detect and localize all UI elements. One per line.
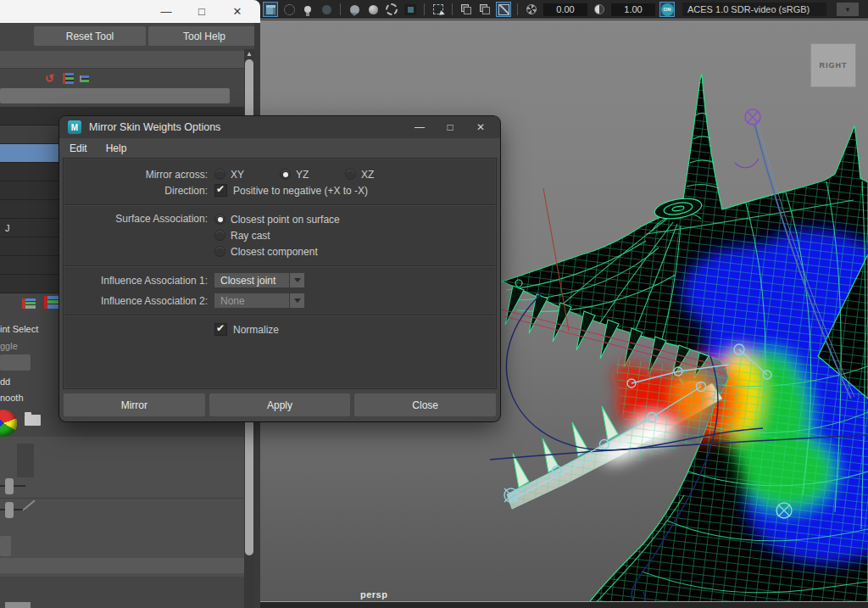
- rollout-header[interactable]: [0, 51, 254, 69]
- view-bookmark-right-button[interactable]: RIGHT: [811, 44, 855, 86]
- paste-weights-icon[interactable]: [44, 296, 59, 309]
- apply-button[interactable]: Apply: [209, 393, 351, 416]
- color-management-toggle-icon[interactable]: ON: [660, 3, 674, 16]
- pencil-icon: [22, 499, 35, 510]
- wireframe-display-icon[interactable]: [282, 3, 296, 16]
- tool-window-titlebar: — □ ✕: [0, 0, 260, 23]
- view-transform-dropdown-arrow[interactable]: ▼: [837, 3, 859, 16]
- gamma-field[interactable]: 1.00: [611, 3, 655, 16]
- view-transform-dropdown[interactable]: ACES 1.0 SDR-video (sRGB): [682, 3, 826, 16]
- folder-icon[interactable]: [25, 415, 41, 426]
- influence-association-1-label: Influence Association 1:: [64, 275, 214, 287]
- radio-dot[interactable]: [214, 230, 225, 241]
- radio-closest-component[interactable]: Closest component: [214, 243, 340, 259]
- divider: [64, 315, 496, 316]
- normalize-label: Normalize: [233, 324, 279, 336]
- radio-label: Closest point on surface: [231, 214, 340, 226]
- radio-dot[interactable]: [214, 246, 225, 257]
- influence-association-1-dropdown[interactable]: Closest joint: [214, 273, 289, 287]
- exposure-field[interactable]: 0.00: [543, 3, 587, 16]
- radio-dot[interactable]: [214, 169, 225, 180]
- radio-label: YZ: [296, 169, 309, 181]
- add-label: dd: [0, 377, 10, 387]
- menu-help[interactable]: Help: [106, 142, 127, 154]
- maya-app-icon: M: [68, 120, 81, 134]
- paint-select-label: int Select: [0, 324, 38, 334]
- exposure-icon[interactable]: [525, 3, 538, 16]
- maya-application: 0.00 1.00 ON ACES 1.0 SDR-video (sRGB) ▼: [0, 0, 868, 608]
- reset-tool-button[interactable]: Reset Tool: [34, 26, 146, 46]
- radio-xy[interactable]: XY: [214, 169, 280, 181]
- camera-name-label: persp: [360, 589, 387, 600]
- mirror-skin-weights-dialog: M Mirror Skin Weights Options — □ ✕ Edit…: [59, 116, 500, 421]
- radio-ray-cast[interactable]: Ray cast: [214, 227, 340, 243]
- tool-help-button[interactable]: Tool Help: [148, 26, 260, 46]
- section-row[interactable]: [0, 558, 244, 573]
- mirror-across-label: Mirror across:: [64, 169, 214, 181]
- dialog-content: Mirror across: XY YZ XZ Direction: Posit…: [63, 158, 497, 389]
- influence-association-2-label: Influence Association 2:: [64, 295, 214, 307]
- radio-label: Closest component: [231, 246, 318, 258]
- influence-association-1-dropdown-arrow[interactable]: [290, 273, 304, 287]
- mirror-button[interactable]: Mirror: [64, 393, 205, 416]
- dialog-maximize-button[interactable]: □: [442, 116, 458, 138]
- radio-yz[interactable]: YZ: [280, 169, 345, 181]
- gamma-icon[interactable]: [593, 3, 606, 16]
- layer-overlap-alt-icon[interactable]: [478, 3, 492, 16]
- filter-input[interactable]: [0, 88, 230, 103]
- close-button[interactable]: ✕: [230, 0, 245, 23]
- radio-closest-point[interactable]: Closest point on surface: [214, 211, 340, 227]
- dialog-menubar: Edit Help: [59, 138, 500, 158]
- lighting-icon[interactable]: [301, 3, 314, 16]
- divider: [64, 204, 496, 206]
- selection-highlight-icon[interactable]: [431, 3, 445, 16]
- radio-dot[interactable]: [345, 169, 356, 180]
- smooth-label: nooth: [0, 393, 24, 403]
- paint-operation-button[interactable]: [0, 354, 31, 371]
- color-ramp-icon[interactable]: [0, 410, 17, 437]
- direction-checkbox[interactable]: [214, 184, 227, 197]
- flag-list-icon[interactable]: [80, 75, 89, 82]
- toolbar-separator: [517, 3, 518, 15]
- shadows-icon[interactable]: [320, 3, 333, 16]
- dialog-titlebar[interactable]: M Mirror Skin Weights Options — □ ✕: [59, 116, 500, 138]
- dialog-title: Mirror Skin Weights Options: [89, 121, 412, 133]
- slider-thumb[interactable]: [5, 478, 14, 494]
- dialog-close-button[interactable]: ✕: [473, 116, 488, 138]
- textured-display-icon[interactable]: [348, 3, 361, 16]
- close-dialog-button[interactable]: Close: [354, 393, 496, 416]
- toolbar-separator: [340, 3, 341, 15]
- slider-thumb[interactable]: [5, 502, 14, 518]
- shaded-display-icon[interactable]: [264, 3, 277, 16]
- refresh-icon[interactable]: ↺: [45, 73, 57, 84]
- copy-weights-icon[interactable]: [22, 298, 36, 309]
- menu-edit[interactable]: Edit: [70, 142, 87, 154]
- viewport-toolbar: 0.00 1.00 ON ACES 1.0 SDR-video (sRGB) ▼: [260, 0, 868, 20]
- toolbar-separator: [424, 3, 425, 15]
- radio-label: XZ: [361, 169, 374, 181]
- smooth-shade-icon[interactable]: [366, 3, 380, 16]
- brush-settings-panel: [0, 437, 244, 577]
- wireframe-on-shaded-icon[interactable]: [385, 3, 398, 16]
- isolate-select-icon[interactable]: [497, 3, 510, 16]
- divider: [0, 498, 244, 499]
- joint-list-icon[interactable]: [63, 73, 74, 84]
- normalize-checkbox[interactable]: [214, 323, 227, 336]
- small-button[interactable]: [0, 536, 11, 556]
- direction-label: Direction:: [64, 185, 214, 197]
- direction-option-label: Positive to negative (+X to -X): [233, 185, 368, 197]
- minimize-button[interactable]: —: [159, 0, 174, 23]
- scroll-up-arrow[interactable]: ▲: [246, 50, 253, 58]
- radio-dot[interactable]: [214, 214, 225, 225]
- value-field[interactable]: [17, 443, 34, 477]
- radio-label: XY: [231, 169, 244, 181]
- bottom-widget[interactable]: [5, 602, 31, 608]
- radio-xz[interactable]: XZ: [345, 169, 410, 181]
- influence-association-2-dropdown-arrow[interactable]: [290, 293, 304, 308]
- layer-overlap-icon[interactable]: [459, 3, 473, 16]
- radio-dot[interactable]: [280, 169, 291, 180]
- maximize-button[interactable]: □: [194, 0, 209, 23]
- xray-display-icon[interactable]: [403, 3, 417, 16]
- influence-association-2-dropdown[interactable]: None: [214, 293, 289, 308]
- dialog-minimize-button[interactable]: —: [412, 116, 427, 138]
